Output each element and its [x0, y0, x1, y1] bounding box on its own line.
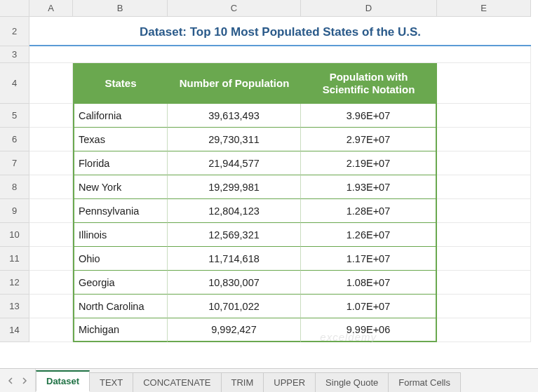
table-cell-scientific[interactable]: 2.19E+07 [301, 151, 437, 175]
sheet-tab-upper[interactable]: UPPER [263, 372, 316, 392]
table-cell-state[interactable]: Michigan [73, 318, 168, 342]
table-header-scientific[interactable]: Population with Scientific Notation [301, 63, 437, 104]
row-header-10[interactable]: 10 [0, 223, 29, 247]
table-cell-population[interactable]: 21,944,577 [168, 151, 301, 175]
table-cell-population[interactable]: 11,714,618 [168, 247, 301, 271]
table-cell-state[interactable]: Pennsylvania [73, 199, 168, 223]
row-header-7[interactable]: 7 [0, 151, 29, 175]
cell-E9[interactable] [437, 199, 531, 223]
sheet-nav [0, 369, 36, 392]
cell-E14[interactable] [437, 318, 531, 342]
cell-A11[interactable] [29, 247, 73, 271]
col-header-C[interactable]: C [168, 0, 301, 17]
cell-A5[interactable] [29, 104, 73, 128]
sheet-tab-dataset[interactable]: Dataset [36, 370, 90, 392]
sheet-tab-bar: DatasetTEXTCONCATENATETRIMUPPERSingle Qu… [0, 368, 538, 392]
table-cell-population[interactable]: 9,992,427 [168, 318, 301, 342]
cell-E4[interactable] [437, 63, 531, 104]
cell-A7[interactable] [29, 151, 73, 175]
table-cell-scientific[interactable]: 1.17E+07 [301, 247, 437, 271]
cell-A10[interactable] [29, 223, 73, 247]
table-header-population[interactable]: Number of Population [168, 63, 301, 104]
row-header-2[interactable]: 2 [0, 17, 29, 46]
table-cell-state[interactable]: California [73, 104, 168, 128]
cell-E6[interactable] [437, 128, 531, 151]
row-header-4[interactable]: 4 [0, 63, 29, 104]
row-header-8[interactable]: 8 [0, 175, 29, 199]
table-cell-population[interactable]: 12,804,123 [168, 199, 301, 223]
cell-A12[interactable] [29, 271, 73, 295]
cell-A13[interactable] [29, 295, 73, 318]
sheet-tab-concatenate[interactable]: CONCATENATE [133, 372, 221, 392]
row-header-11[interactable]: 11 [0, 247, 29, 271]
row-header-5[interactable]: 5 [0, 104, 29, 128]
row-header-6[interactable]: 6 [0, 128, 29, 151]
table-cell-scientific[interactable]: 9.99E+06 [301, 318, 437, 342]
table-cell-scientific[interactable]: 2.97E+07 [301, 128, 437, 151]
table-cell-state[interactable]: Florida [73, 151, 168, 175]
row-header-3[interactable]: 3 [0, 46, 29, 63]
spreadsheet-grid: A B C D E 2 Dataset: Top 10 Most Populat… [0, 0, 538, 351]
row-header-13[interactable]: 13 [0, 295, 29, 318]
col-header-E[interactable]: E [437, 0, 531, 17]
table-cell-state[interactable]: Texas [73, 128, 168, 151]
cell-E10[interactable] [437, 223, 531, 247]
table-cell-population[interactable]: 10,830,007 [168, 271, 301, 295]
table-cell-state[interactable]: Ohio [73, 247, 168, 271]
sheet-nav-next[interactable] [18, 374, 31, 387]
table-cell-population[interactable]: 19,299,981 [168, 175, 301, 199]
sheet-nav-prev[interactable] [4, 374, 17, 387]
col-header-D[interactable]: D [301, 0, 437, 17]
table-cell-state[interactable]: New York [73, 175, 168, 199]
cell-E11[interactable] [437, 247, 531, 271]
table-cell-state[interactable]: Illinois [73, 223, 168, 247]
table-cell-population[interactable]: 10,701,022 [168, 295, 301, 318]
table-cell-population[interactable]: 12,569,321 [168, 223, 301, 247]
sheet-tab-trim[interactable]: TRIM [221, 372, 264, 392]
row-header-9[interactable]: 9 [0, 199, 29, 223]
sheet-tab-format-cells[interactable]: Format Cells [388, 372, 461, 392]
col-header-A[interactable]: A [29, 0, 73, 17]
table-cell-population[interactable]: 29,730,311 [168, 128, 301, 151]
table-header-states[interactable]: States [73, 63, 168, 104]
sheet-tabs: DatasetTEXTCONCATENATETRIMUPPERSingle Qu… [36, 369, 460, 392]
col-header-B[interactable]: B [73, 0, 168, 17]
cell-A6[interactable] [29, 128, 73, 151]
cell-E13[interactable] [437, 295, 531, 318]
table-cell-state[interactable]: Georgia [73, 271, 168, 295]
cell-A8[interactable] [29, 175, 73, 199]
cell-E7[interactable] [437, 151, 531, 175]
empty-row-3[interactable] [29, 46, 531, 63]
table-cell-scientific[interactable]: 1.08E+07 [301, 271, 437, 295]
dataset-title[interactable]: Dataset: Top 10 Most Populated States of… [29, 17, 531, 46]
table-cell-scientific[interactable]: 3.96E+07 [301, 104, 437, 128]
row-header-12[interactable]: 12 [0, 271, 29, 295]
row-header-14[interactable]: 14 [0, 318, 29, 342]
sheet-tab-single-quote[interactable]: Single Quote [315, 372, 389, 392]
cell-E12[interactable] [437, 271, 531, 295]
cell-E5[interactable] [437, 104, 531, 128]
cell-E8[interactable] [437, 175, 531, 199]
select-all-corner[interactable] [0, 0, 29, 17]
cell-A9[interactable] [29, 199, 73, 223]
table-cell-scientific[interactable]: 1.26E+07 [301, 223, 437, 247]
table-cell-population[interactable]: 39,613,493 [168, 104, 301, 128]
table-cell-state[interactable]: North Carolina [73, 295, 168, 318]
cell-A4[interactable] [29, 63, 73, 104]
table-cell-scientific[interactable]: 1.28E+07 [301, 199, 437, 223]
table-cell-scientific[interactable]: 1.93E+07 [301, 175, 437, 199]
table-cell-scientific[interactable]: 1.07E+07 [301, 295, 437, 318]
cell-A14[interactable] [29, 318, 73, 342]
sheet-tab-text[interactable]: TEXT [89, 372, 133, 392]
